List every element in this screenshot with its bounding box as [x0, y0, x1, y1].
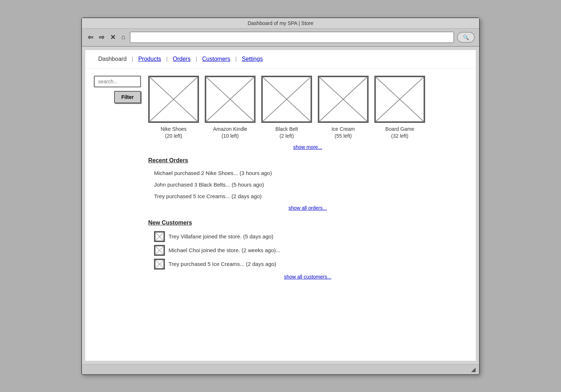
nav-item-customers[interactable]: Customers	[198, 56, 234, 62]
nav-sep-1: |	[132, 56, 133, 62]
show-more-products-link[interactable]: show more...	[148, 144, 467, 150]
product-image-0	[148, 76, 199, 123]
product-label-1: Amazon Kindle (10 left)	[213, 126, 247, 140]
nav-sep-3: |	[196, 56, 197, 62]
search-button[interactable]: 🔍	[457, 32, 475, 43]
browser-window: Dashboard of my SPA | Store ⇦ ⇨ ✕ ⌂ http…	[81, 17, 480, 375]
filter-button[interactable]: Filter	[114, 91, 141, 103]
address-bar[interactable]: http://localhost/	[130, 32, 454, 43]
product-image-4	[374, 76, 425, 123]
forward-button[interactable]: ⇨	[97, 33, 106, 42]
list-item: Michael purchased 2 Nike Shoes... (3 hou…	[148, 167, 467, 179]
product-label-0: Nike Shoes (20 left)	[161, 126, 187, 140]
product-label-3: Ice Cream (55 left)	[332, 126, 355, 140]
nav-item-dashboard[interactable]: Dashboard	[94, 56, 131, 62]
products-area: Nike Shoes (20 left)	[148, 76, 467, 288]
avatar	[154, 259, 165, 270]
show-all-orders-link[interactable]: show all orders...	[148, 205, 467, 211]
list-item: Trey Villafane joined the store. (5 days…	[148, 230, 467, 243]
stop-button[interactable]: ✕	[109, 33, 117, 42]
home-button[interactable]: ⌂	[120, 33, 127, 42]
recent-orders-section: Recent Orders Michael purchased 2 Nike S…	[148, 157, 467, 211]
nav-sep-4: |	[235, 56, 237, 62]
list-item: Black Belt (2 left)	[261, 76, 312, 140]
list-item: Michael Choi joined the store. (2 weeks …	[148, 243, 467, 257]
new-customers-title: New Customers	[148, 220, 467, 226]
sidebar: Filter	[94, 76, 141, 288]
nav-bar: Dashboard | Products | Orders | Customer…	[85, 50, 476, 68]
main-content: Filter Nike Sh	[85, 68, 476, 296]
list-item: Trey purchased 5 Ice Creams... (2 days a…	[148, 191, 467, 202]
product-grid: Nike Shoes (20 left)	[148, 76, 467, 140]
browser-toolbar: ⇦ ⇨ ✕ ⌂ http://localhost/ 🔍	[82, 29, 479, 47]
back-button[interactable]: ⇦	[86, 33, 95, 42]
nav-item-settings[interactable]: Settings	[237, 56, 267, 62]
new-customers-section: New Customers Trey Villafane joined the …	[148, 220, 467, 280]
product-label-4: Board Game (32 left)	[385, 126, 414, 140]
nav-item-products[interactable]: Products	[134, 56, 165, 62]
list-item: Ice Cream (55 left)	[318, 76, 369, 140]
recent-orders-title: Recent Orders	[148, 157, 467, 164]
list-item: Board Game (32 left)	[374, 76, 425, 140]
search-input[interactable]	[94, 76, 141, 87]
list-item: Trey purchased 5 Ice Creams... (2 days a…	[148, 257, 467, 271]
avatar	[154, 231, 165, 242]
nav-item-orders[interactable]: Orders	[169, 56, 195, 62]
statusbar-icon: ◢	[471, 366, 475, 373]
avatar	[154, 245, 165, 256]
browser-content: Dashboard | Products | Orders | Customer…	[85, 50, 476, 361]
product-image-1	[205, 76, 255, 123]
product-image-3	[318, 76, 369, 123]
list-item: John purchased 3 Black Belts... (5 hours…	[148, 179, 467, 191]
show-all-customers-link[interactable]: show all customers...	[148, 274, 467, 280]
nav-sep-2: |	[166, 56, 168, 62]
browser-statusbar: ◢	[82, 364, 479, 374]
page-title: Dashboard of my SPA | Store	[248, 20, 313, 26]
list-item: Amazon Kindle (10 left)	[205, 76, 255, 140]
product-label-2: Black Belt (2 left)	[275, 126, 298, 140]
product-image-2	[261, 76, 312, 123]
browser-titlebar: Dashboard of my SPA | Store	[82, 18, 479, 29]
list-item: Nike Shoes (20 left)	[148, 76, 199, 140]
